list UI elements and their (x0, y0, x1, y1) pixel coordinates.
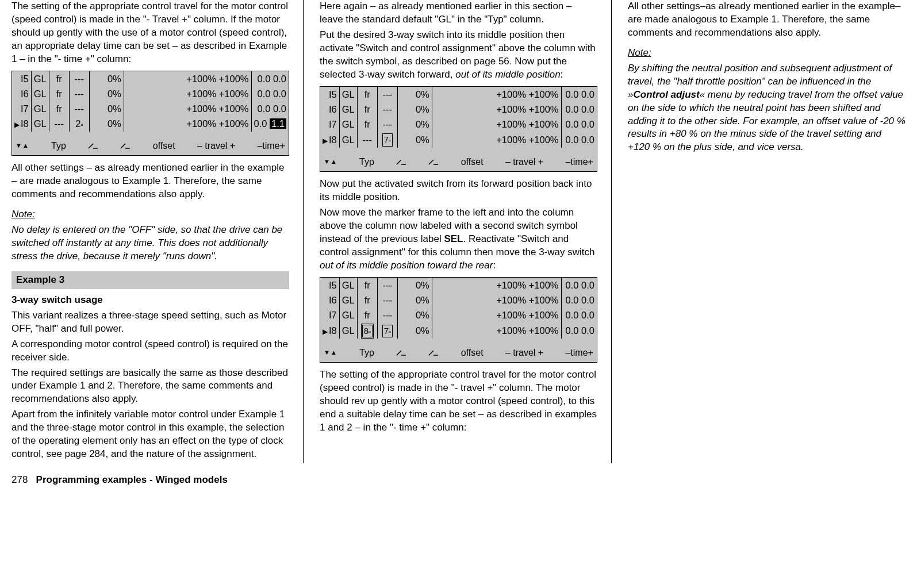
switch-icon-1 (396, 156, 406, 168)
row-marker-icon: ▶ (14, 120, 21, 129)
scroll-arrows-icon: ▼▲ (324, 157, 337, 166)
example-3-subhead: 3-way switch usage (11, 294, 289, 307)
table-row: I6GLfr---0%+100% +100%0.0 0.0 (320, 293, 597, 308)
ex3-p1: This variant realizes a three-stage spee… (11, 309, 289, 336)
col2-p3: Now put the activated switch from its fo… (320, 178, 597, 204)
col-typ-label: Typ (51, 140, 66, 152)
switch-icon-1 (396, 347, 406, 359)
switch-icon-2 (120, 140, 131, 152)
col3-note-label: Note: (628, 47, 906, 60)
switch-icon-2 (428, 347, 439, 359)
note-body: No delay is entered on the "OFF" side, s… (11, 224, 289, 263)
row-marker-icon: ▶ (323, 327, 329, 336)
table-3: I5GLfr---0%+100% +100%0.0 0.0I6GLfr---0%… (320, 277, 597, 363)
table-row: ▶I8GL8▫7▫0%+100% +100%0.0 0.0 (320, 323, 597, 339)
column-1: The setting of the appropriate control t… (11, 0, 304, 463)
table-row: ▶I8GL---7▫0%+100% +100%0.0 0.0 (320, 132, 597, 147)
table-2-footer: ▼▲ Typ offset – travel + –time+ (320, 148, 597, 172)
table-row: I7GLfr---0%+100% +100%0.0 0.0 (320, 308, 597, 322)
switch-icon-1 (88, 140, 98, 152)
table-row: I6GLfr---0%+100% +100%0.0 0.0 (320, 102, 597, 117)
column-3: All other settings–as already mentioned … (628, 0, 906, 463)
page-footer: 278 Programming examples - Winged models (11, 474, 906, 487)
col-travel-label: – travel + (505, 347, 543, 359)
table-row: I5GLfr---0%+100% +100%0.0 0.0 (320, 278, 597, 293)
ex3-p2: A corresponding motor control (speed con… (11, 338, 289, 364)
col-typ-label: Typ (359, 156, 374, 168)
col2-p2: Put the desired 3-way switch into its mi… (320, 29, 597, 82)
col-travel-label: – travel + (505, 156, 543, 168)
table-row: I7GLfr---0%+100% +100%0.0 0.0 (320, 117, 597, 132)
col1-p2: All other settings – as already mentione… (11, 162, 289, 201)
col2-p5: The setting of the appropriate control t… (320, 368, 597, 435)
col2-p4: Now move the marker frame to the left an… (320, 206, 597, 272)
table-row: I7GLfr---0%+100% +100%0.0 0.0 (12, 101, 289, 116)
col1-intro: The setting of the appropriate control t… (11, 0, 289, 66)
col-typ-label: Typ (359, 347, 374, 359)
col3-note-body: By shifting the neutral position and sub… (628, 62, 906, 155)
col2-p1: Here again – as already mentioned earlie… (320, 0, 597, 26)
col-travel-label: – travel + (197, 140, 235, 152)
col-time-label: –time+ (565, 347, 593, 359)
page-title: Programming examples - Winged models (36, 474, 228, 485)
note-label: Note: (11, 208, 289, 221)
example-3-header: Example 3 (11, 271, 289, 289)
scroll-arrows-icon: ▼▲ (16, 141, 29, 150)
col-time-label: –time+ (257, 140, 285, 152)
table-3-footer: ▼▲ Typ offset – travel + –time+ (320, 339, 597, 363)
table-1: I5GLfr---0%+100% +100%0.0 0.0I6GLfr---0%… (11, 71, 289, 156)
ex3-p4: Apart from the infinitely variable motor… (11, 408, 289, 461)
table-row: I5GLfr---0%+100% +100%0.0 0.0 (12, 71, 289, 86)
table-2: I5GLfr---0%+100% +100%0.0 0.0I6GLfr---0%… (320, 86, 597, 172)
table-1-footer: ▼▲ Typ offset – travel + –time+ (12, 132, 289, 156)
column-2: Here again – as already mentioned earlie… (320, 0, 612, 463)
switch-icon-2 (428, 156, 439, 168)
col3-p1: All other settings–as already mentioned … (628, 0, 906, 40)
col-offset-label: offset (153, 140, 175, 152)
page-number: 278 (11, 474, 28, 485)
col-offset-label: offset (461, 156, 484, 168)
table-row: ▶I8GL---2▫0%+100% +100%0.0 1.1 (12, 116, 289, 131)
col-time-label: –time+ (565, 156, 593, 168)
row-marker-icon: ▶ (323, 136, 329, 145)
table-row: I5GLfr---0%+100% +100%0.0 0.0 (320, 87, 597, 102)
ex3-p3: The required settings are basically the … (11, 367, 289, 406)
table-row: I6GLfr---0%+100% +100%0.0 0.0 (12, 86, 289, 101)
col-offset-label: offset (461, 347, 484, 359)
scroll-arrows-icon: ▼▲ (324, 348, 337, 357)
